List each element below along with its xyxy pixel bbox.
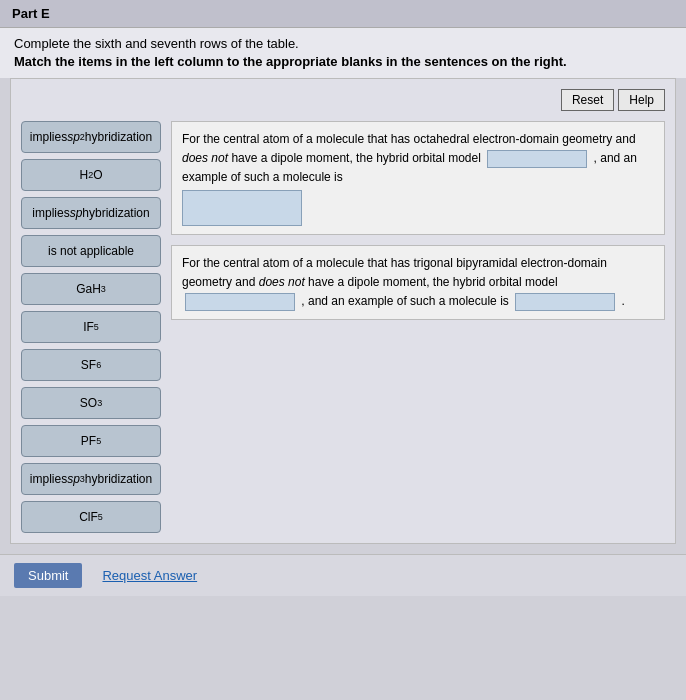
toolbar: Reset Help <box>21 89 665 111</box>
right-column: For the central atom of a molecule that … <box>171 121 665 533</box>
drag-item-sp3[interactable]: implies sp3 hybridization <box>21 463 161 495</box>
blank-2b[interactable] <box>515 293 615 311</box>
drag-item-sp2[interactable]: implies sp2 hybridization <box>21 121 161 153</box>
sentence2-text1: For the central atom of a molecule that … <box>182 256 607 289</box>
request-answer-button[interactable]: Request Answer <box>102 568 197 583</box>
drag-item-sf6[interactable]: SF6 <box>21 349 161 381</box>
bottom-bar: Submit Request Answer <box>0 554 686 596</box>
left-column: implies sp2 hybridization H2O implies sp… <box>21 121 161 533</box>
instruction-line1: Complete the sixth and seventh rows of t… <box>14 36 672 51</box>
sentence-box-1: For the central atom of a molecule that … <box>171 121 665 235</box>
drag-item-h2o[interactable]: H2O <box>21 159 161 191</box>
sentence-box-2: For the central atom of a molecule that … <box>171 245 665 321</box>
drag-item-clf5[interactable]: ClF5 <box>21 501 161 533</box>
blank-1b[interactable] <box>182 190 302 226</box>
sentence2-text2: , and an example of such a molecule is <box>301 294 508 308</box>
main-container: Reset Help implies sp2 hybridization H2O… <box>10 78 676 544</box>
drag-item-pf5[interactable]: PF5 <box>21 425 161 457</box>
drag-item-sp[interactable]: implies sp hybridization <box>21 197 161 229</box>
blank-2a[interactable] <box>185 293 295 311</box>
drag-item-not-applicable[interactable]: is not applicable <box>21 235 161 267</box>
drag-item-if5[interactable]: IF5 <box>21 311 161 343</box>
content-area: implies sp2 hybridization H2O implies sp… <box>21 121 665 533</box>
sentence2-period: . <box>621 294 624 308</box>
part-label: Part E <box>12 6 50 21</box>
drag-item-gah3[interactable]: GaH3 <box>21 273 161 305</box>
help-button[interactable]: Help <box>618 89 665 111</box>
drag-item-so3[interactable]: SO3 <box>21 387 161 419</box>
blank-1a[interactable] <box>487 150 587 168</box>
submit-button[interactable]: Submit <box>14 563 82 588</box>
instruction-line2: Match the items in the left column to th… <box>14 54 672 69</box>
instructions: Complete the sixth and seventh rows of t… <box>0 28 686 78</box>
part-header: Part E <box>0 0 686 28</box>
reset-button[interactable]: Reset <box>561 89 614 111</box>
